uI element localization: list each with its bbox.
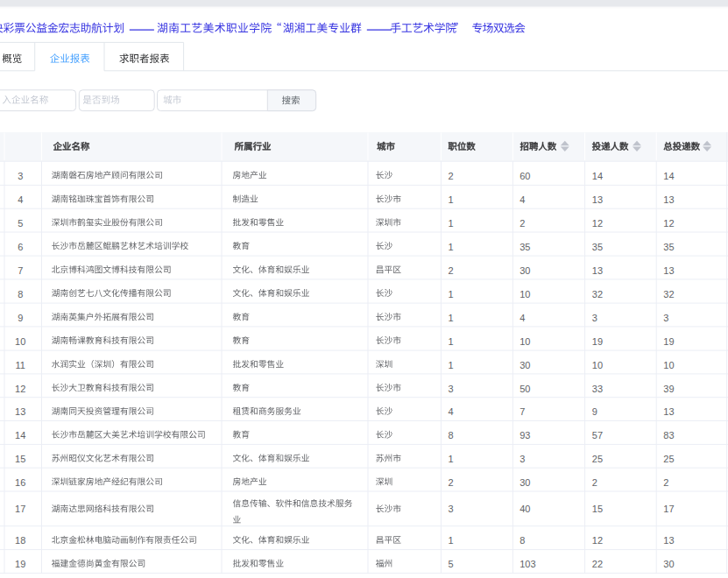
svg-text:19: 19 bbox=[592, 336, 603, 347]
svg-text:10: 10 bbox=[519, 336, 530, 347]
svg-text:22: 22 bbox=[592, 559, 603, 569]
svg-text:13: 13 bbox=[663, 535, 674, 546]
svg-text:14: 14 bbox=[15, 430, 25, 441]
svg-text:39: 39 bbox=[663, 384, 674, 394]
svg-text:12: 12 bbox=[15, 384, 25, 394]
svg-text:1: 1 bbox=[449, 313, 454, 323]
svg-text:14: 14 bbox=[592, 171, 603, 181]
svg-text:32: 32 bbox=[663, 289, 674, 300]
svg-text:13: 13 bbox=[663, 406, 674, 417]
svg-text:16: 16 bbox=[15, 477, 25, 488]
svg-text:35: 35 bbox=[592, 242, 603, 252]
svg-text:13: 13 bbox=[663, 194, 674, 205]
svg-text:1: 1 bbox=[449, 336, 454, 347]
svg-text:13: 13 bbox=[15, 406, 25, 417]
svg-text:10: 10 bbox=[663, 360, 674, 370]
svg-text:30: 30 bbox=[519, 360, 530, 370]
svg-text:30: 30 bbox=[663, 559, 674, 569]
svg-text:1: 1 bbox=[449, 535, 454, 546]
svg-text:5: 5 bbox=[449, 559, 454, 569]
svg-text:13: 13 bbox=[592, 265, 603, 276]
svg-text:4: 4 bbox=[18, 194, 23, 205]
svg-text:93: 93 bbox=[519, 430, 530, 441]
svg-text:2: 2 bbox=[449, 477, 454, 488]
svg-text:12: 12 bbox=[663, 218, 674, 229]
svg-text:3: 3 bbox=[18, 171, 23, 181]
svg-text:10: 10 bbox=[592, 360, 603, 370]
svg-text:10: 10 bbox=[519, 289, 530, 300]
svg-text:1: 1 bbox=[449, 454, 454, 464]
svg-text:7: 7 bbox=[519, 406, 525, 417]
svg-text:32: 32 bbox=[592, 289, 603, 300]
svg-text:11: 11 bbox=[15, 360, 25, 370]
svg-text:83: 83 bbox=[663, 430, 674, 441]
svg-text:4: 4 bbox=[449, 406, 454, 417]
svg-text:13: 13 bbox=[592, 194, 603, 205]
svg-text:3: 3 bbox=[663, 313, 668, 323]
svg-text:103: 103 bbox=[519, 559, 535, 569]
svg-text:3: 3 bbox=[519, 454, 525, 464]
svg-text:25: 25 bbox=[592, 454, 603, 464]
svg-text:8: 8 bbox=[18, 289, 23, 300]
svg-text:5: 5 bbox=[18, 218, 23, 229]
svg-text:1: 1 bbox=[449, 194, 454, 205]
svg-text:12: 12 bbox=[592, 218, 603, 229]
svg-text:35: 35 bbox=[519, 242, 530, 252]
svg-text:40: 40 bbox=[519, 504, 530, 514]
svg-text:15: 15 bbox=[592, 504, 603, 514]
svg-text:7: 7 bbox=[18, 265, 23, 276]
svg-text:6: 6 bbox=[18, 242, 23, 252]
svg-text:19: 19 bbox=[663, 336, 674, 347]
svg-text:30: 30 bbox=[519, 265, 530, 276]
svg-text:4: 4 bbox=[519, 194, 525, 205]
svg-text:9: 9 bbox=[592, 406, 597, 417]
svg-text:2: 2 bbox=[592, 477, 597, 488]
svg-text:8: 8 bbox=[449, 430, 454, 441]
svg-text:9: 9 bbox=[18, 313, 23, 323]
svg-text:1: 1 bbox=[449, 242, 454, 252]
svg-text:2: 2 bbox=[449, 265, 454, 276]
svg-text:60: 60 bbox=[519, 171, 530, 181]
svg-text:50: 50 bbox=[519, 384, 530, 394]
svg-text:3: 3 bbox=[592, 313, 597, 323]
svg-text:14: 14 bbox=[663, 171, 674, 181]
svg-text:15: 15 bbox=[15, 454, 25, 464]
svg-text:10: 10 bbox=[15, 336, 25, 347]
svg-text:25: 25 bbox=[663, 454, 674, 464]
svg-text:1: 1 bbox=[449, 218, 454, 229]
svg-text:35: 35 bbox=[663, 242, 674, 252]
svg-text:1: 1 bbox=[449, 360, 454, 370]
svg-text:2: 2 bbox=[449, 171, 454, 181]
svg-text:17: 17 bbox=[663, 504, 674, 514]
svg-text:30: 30 bbox=[519, 477, 530, 488]
svg-text:19: 19 bbox=[15, 559, 25, 569]
svg-text:12: 12 bbox=[592, 535, 603, 546]
svg-text:18: 18 bbox=[15, 535, 25, 546]
svg-text:17: 17 bbox=[15, 504, 25, 514]
svg-text:33: 33 bbox=[592, 384, 603, 394]
svg-text:3: 3 bbox=[449, 384, 454, 394]
svg-text:4: 4 bbox=[519, 313, 525, 323]
svg-text:57: 57 bbox=[592, 430, 603, 441]
svg-text:1: 1 bbox=[449, 289, 454, 300]
svg-text:2: 2 bbox=[519, 218, 525, 229]
svg-text:13: 13 bbox=[663, 265, 674, 276]
svg-text:3: 3 bbox=[449, 504, 454, 514]
svg-text:2: 2 bbox=[663, 477, 668, 488]
svg-text:8: 8 bbox=[519, 535, 525, 546]
